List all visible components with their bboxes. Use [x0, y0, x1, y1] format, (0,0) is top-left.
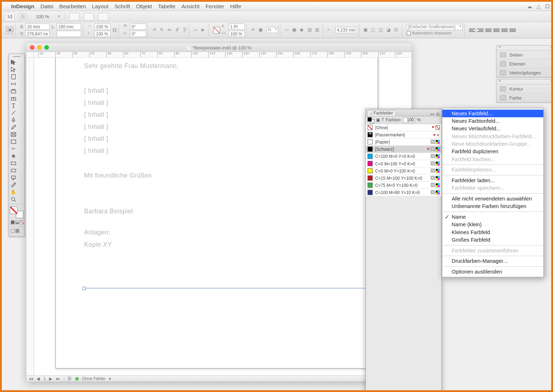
view-options-button[interactable]	[69, 13, 79, 20]
swatch-row[interactable]: [Ohne]✖	[366, 124, 441, 131]
screen-mode-button[interactable]	[83, 13, 93, 20]
panel-kontur[interactable]: Kontur	[497, 84, 553, 93]
menu-ansicht[interactable]: Ansicht	[181, 3, 199, 10]
swatch-row[interactable]: C=100 M=0 Y=0 K=0	[366, 153, 441, 160]
fill-prop-icon[interactable]: ◪	[386, 27, 393, 33]
preflight-status[interactable]: Ohne Fehler	[82, 376, 106, 381]
canvas[interactable]: Sehr geehrte Frau Mustermann, [ Inhalt ]…	[34, 58, 411, 376]
panel-verknuepfungen[interactable]: Verknüpfungen	[497, 68, 553, 77]
scale-x-input[interactable]	[94, 23, 110, 30]
app-name[interactable]: InDesign	[11, 3, 34, 10]
pen-tool-icon[interactable]	[10, 116, 17, 123]
effects-icon[interactable]: ☀	[251, 27, 257, 33]
line-tool-icon[interactable]	[10, 109, 17, 116]
swatch-row[interactable]: C=0 M=100 Y=0 K=0	[366, 160, 441, 167]
menu-schrift[interactable]: Schrift	[115, 3, 130, 10]
indesign-logo-icon[interactable]: Id	[5, 12, 15, 21]
page-nav-last-icon[interactable]: ⏭	[56, 376, 60, 381]
menu-datei[interactable]: Datei	[40, 3, 53, 10]
content-collector-icon[interactable]	[10, 88, 17, 95]
align-6-icon[interactable]	[509, 27, 516, 33]
swatch-row[interactable]: C=100 M=90 Y=10 K=0	[366, 189, 441, 196]
align-1-icon[interactable]	[469, 27, 475, 33]
menu-tabelle[interactable]: Tabelle	[158, 3, 175, 10]
sync-icon[interactable]: △	[537, 3, 541, 10]
page-number[interactable]: 1	[43, 376, 46, 381]
bridge-logo-icon[interactable]: Br	[19, 13, 28, 20]
flyout-item[interactable]: Großes Farbfeld	[442, 236, 543, 244]
select-container-icon[interactable]: ▭	[193, 27, 199, 33]
zoom-level[interactable]: 100 %	[32, 13, 54, 20]
collapse-icon[interactable]: ▸▸	[431, 112, 435, 116]
flyout-item[interactable]: Farbfelder laden...	[442, 177, 543, 184]
object-style-select[interactable]: [Einfacher Grafikrahmen]	[407, 24, 463, 30]
dropbox-icon[interactable]: ⛋	[545, 3, 550, 10]
minimize-icon[interactable]	[37, 45, 42, 50]
page-nav-prev-icon[interactable]: ◀	[37, 376, 40, 381]
swatch-row[interactable]: C=15 M=100 Y=100 K=0	[366, 175, 441, 182]
swatch-row[interactable]: C=0 M=0 Y=100 K=0	[366, 168, 441, 175]
rectangle-frame-tool-icon[interactable]	[10, 131, 17, 138]
flip-v-icon[interactable]: ⇵	[175, 27, 182, 33]
h-input[interactable]	[57, 30, 81, 37]
link-scale-icon[interactable]: ⛓	[112, 28, 117, 33]
horizontal-ruler[interactable]: 1020304050607080901001101201301401501601…	[34, 52, 411, 58]
note-tool-icon[interactable]	[10, 174, 17, 181]
swatch-row[interactable]: [Passermarken]✖⊕	[366, 131, 441, 139]
dropshadow-icon[interactable]: ▣	[259, 27, 265, 33]
fit-content-icon[interactable]: ▣	[364, 27, 370, 33]
panel-header[interactable]	[497, 79, 553, 84]
flyout-item[interactable]: Optionen ausblenden	[442, 268, 543, 276]
rotate-cw-icon[interactable]: ↻	[160, 27, 166, 33]
fill-stroke-icon[interactable]	[10, 207, 24, 218]
textwrap-shape-icon[interactable]: ◉	[300, 27, 306, 33]
menu-bearbeiten[interactable]: Bearbeiten	[59, 3, 86, 10]
selection-tool-icon[interactable]	[10, 59, 17, 66]
textwrap-jumpnext-icon[interactable]: ▥	[315, 27, 321, 33]
scale-y-input[interactable]	[94, 30, 110, 37]
flyout-item[interactable]: Name	[442, 213, 543, 221]
textwrap-none-icon[interactable]: ▭	[285, 27, 291, 33]
panel-header[interactable]	[497, 45, 553, 50]
page-tool-icon[interactable]	[10, 73, 17, 80]
textwrap-jump-icon[interactable]: ▤	[308, 27, 314, 33]
ruler-origin[interactable]	[27, 52, 34, 58]
flyout-item[interactable]: Name (klein)	[442, 221, 543, 228]
gradient-feather-tool-icon[interactable]	[10, 167, 17, 174]
arrange-button[interactable]	[98, 13, 108, 20]
zoom-window-icon[interactable]	[44, 45, 49, 50]
gradient-swatch-tool-icon[interactable]	[10, 160, 17, 166]
flyout-item[interactable]: Neues Farbfeld...	[442, 110, 543, 117]
frame-selection-edge[interactable]	[84, 288, 376, 288]
swatch-row[interactable]: [Papier]	[366, 139, 441, 146]
flyout-item[interactable]: Druckfarben-Manager...	[442, 257, 543, 265]
align-2-icon[interactable]	[477, 27, 484, 33]
menu-objekt[interactable]: Objekt	[136, 3, 152, 10]
panel-seiten[interactable]: Seiten	[497, 50, 553, 59]
align-4-icon[interactable]	[493, 27, 500, 33]
shear-input[interactable]	[130, 30, 146, 37]
page-nav-next-icon[interactable]: ▶	[49, 376, 52, 381]
stroke-pct-input[interactable]	[229, 30, 245, 37]
panel-menu-icon[interactable]: ▤	[436, 112, 440, 116]
textwrap-bbox-icon[interactable]: ▣	[292, 27, 298, 33]
align-3-icon[interactable]	[485, 27, 491, 33]
flyout-item[interactable]: Farbfeld duplizieren	[442, 148, 543, 155]
vertical-ruler[interactable]	[27, 58, 34, 376]
hand-tool-icon[interactable]: ✋	[10, 189, 17, 195]
scissors-tool-icon[interactable]: ✂	[10, 145, 17, 152]
panel-ebenen[interactable]: Ebenen	[497, 59, 553, 68]
apply-color-row[interactable]	[10, 219, 25, 225]
flyout-item[interactable]: Kleines Farbfeld	[442, 228, 543, 236]
autofit-checkbox[interactable]	[407, 31, 411, 35]
swatches-tab[interactable]: ◇ Farbfelder	[367, 110, 396, 116]
rotate-ccw-icon[interactable]: ↺	[153, 27, 159, 33]
x-input[interactable]	[25, 23, 50, 30]
fit-prop-icon[interactable]: ◫	[379, 27, 385, 33]
preflight-open-icon[interactable]: ⦿	[67, 376, 72, 381]
menu-fenster[interactable]: Fenster	[206, 3, 224, 10]
close-icon[interactable]	[30, 45, 34, 50]
flyout-item[interactable]: Unbenannte Farben hinzufügen	[442, 203, 543, 210]
rectangle-tool-icon[interactable]	[10, 138, 17, 145]
container-target-icon[interactable]: ▣	[376, 118, 380, 122]
